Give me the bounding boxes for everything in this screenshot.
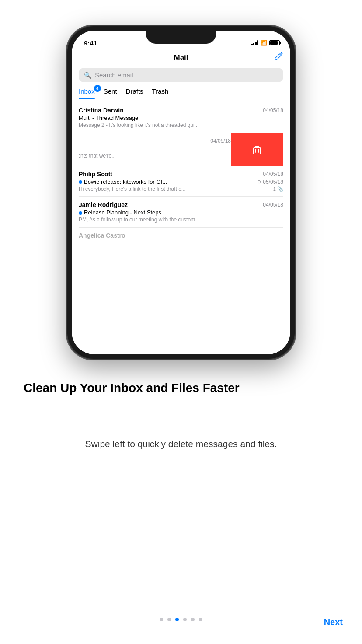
dot-4[interactable] [183,618,187,621]
tab-sent[interactable]: Sent [104,88,117,98]
email-sender: Jamie Rodriguez [79,201,128,208]
sub-heading: Swipe left to quickly delete messages an… [26,438,336,450]
email-list: Cristina Darwin 04/05/18 Multi - Thread … [79,102,283,242]
trash-icon [251,143,264,156]
compose-icon[interactable] [271,52,283,63]
status-icons: 📶 [251,40,280,46]
next-button[interactable]: Next [324,617,343,627]
email-preview: Hi everybody, Here's a link to the first… [79,186,272,192]
mail-tabs: Inbox 4 Sent Drafts Trash [79,88,283,102]
mail-title: Mail [91,53,271,62]
search-icon: 🔍 [84,72,91,79]
email-item[interactable]: Cristina Darwin 04/05/18 Multi - Thread … [79,102,283,133]
email-preview: PM, As a follow-up to our meeting with t… [79,217,283,223]
email-date: 04/05/18 [263,202,283,208]
phone-mockup: 9:41 📶 Mai [67,26,295,359]
status-time: 9:41 [84,39,97,47]
thread-icon: ⊙ [257,179,261,185]
email-preview: Message 2 - It's looking like it's not a… [79,122,283,128]
email-subject: ead Message [79,145,231,152]
dot-1[interactable] [160,618,163,621]
notch [146,31,216,44]
email-date: 04/05/18 [210,138,231,144]
phone-screen: 9:41 📶 Mai [72,31,290,354]
mail-header: Mail [79,50,283,68]
email-item[interactable]: Philip Scott 04/05/18 Bowie release: kit… [79,166,283,197]
dot-5[interactable] [191,618,195,621]
dot-2[interactable] [167,618,171,621]
svg-rect-0 [254,148,261,154]
email-date: 04/05/18 [263,107,283,113]
email-subject: Bowie release: kiteworks for Of... [84,178,167,185]
wifi-icon: 📶 [261,40,267,46]
attachment-count: 1 📎 [273,186,283,192]
phone-frame: 9:41 📶 Mai [67,26,295,359]
email-sender: Philip Scott [79,171,112,178]
email-subject: Multi - Thread Message [79,115,283,121]
dot-3[interactable] [175,618,179,621]
thread-date: 05/05/18 [263,179,283,185]
dot-6[interactable] [199,618,202,621]
tab-drafts[interactable]: Drafts [126,88,143,98]
unread-indicator [79,211,82,215]
delete-action[interactable] [231,133,283,166]
tab-inbox[interactable]: Inbox 4 [79,88,95,98]
email-sender: Angelica Castro [79,232,125,239]
email-item[interactable]: Jamie Rodriguez 04/05/18 Release Plannin… [79,197,283,228]
screen-fade [72,319,290,354]
mail-app: Mail 🔍 Search email In [72,50,290,242]
email-item-swiped[interactable]: s 04/05/18 ead Message ly for the upcomi… [79,133,283,166]
tab-trash[interactable]: Trash [152,88,169,98]
pagination-dots [160,618,202,621]
search-bar[interactable]: 🔍 Search email [79,68,283,82]
search-placeholder: Search email [95,71,133,79]
signal-bars-icon [251,40,259,46]
email-preview: ly for the upcoming events that we're... [79,153,231,159]
email-date: 04/05/18 [263,171,283,177]
email-item-partial[interactable]: Angelica Castro [79,228,283,242]
inbox-badge: 4 [94,85,101,92]
email-sender: Cristina Darwin [79,107,124,114]
battery-icon [269,40,280,46]
main-heading: Clean Up Your Inbox and Files Faster [17,381,345,396]
unread-indicator [79,180,82,184]
email-subject: Release Planning - Next Steps [84,209,161,216]
